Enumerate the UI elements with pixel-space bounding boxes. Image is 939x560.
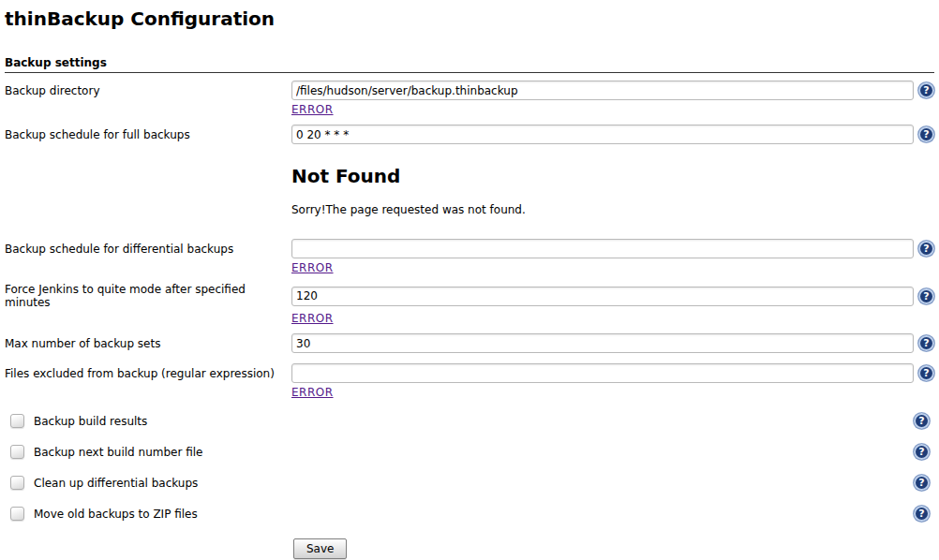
error-link[interactable]: ERROR [291,261,334,274]
checkbox-clean-up-differential[interactable] [10,476,24,490]
row-error: ERROR [5,260,934,281]
row-exclude-files: Files excluded from backup (regular expr… [5,361,934,385]
page-title: thinBackup Configuration [5,7,934,30]
help-icon[interactable]: ? [918,365,934,381]
help-icon[interactable]: ? [918,288,934,304]
exclude-files-label: Files excluded from backup (regular expr… [5,361,291,385]
help-icon[interactable]: ? [918,335,934,351]
help-icon[interactable]: ? [914,475,930,491]
not-found-message: Sorry!The page requested was not found. [291,203,914,216]
diff-schedule-input[interactable] [291,239,914,258]
row-error: ERROR [5,385,934,405]
checkbox-label: Clean up differential backups [34,477,198,490]
section-header-backup-settings: Backup settings [5,56,934,73]
checkbox-backup-build-results[interactable] [10,414,24,428]
diff-schedule-label: Backup schedule for differential backups [5,237,291,260]
exclude-files-input[interactable] [291,363,914,383]
row-full-schedule: Backup schedule for full backups ? [5,123,934,146]
backup-settings-form: Backup directory ? ERROR Backup schedule… [5,79,934,559]
quiet-mode-input[interactable] [291,287,914,306]
max-backup-sets-input[interactable] [291,333,914,353]
help-icon[interactable]: ? [918,241,934,257]
save-button[interactable]: Save [293,538,347,559]
backup-directory-input[interactable] [291,81,914,100]
help-icon[interactable]: ? [914,444,930,460]
row-move-old-backups-zip: Move old backups to ZIP files ? [5,498,934,529]
row-clean-up-differential: Clean up differential backups ? [5,467,934,498]
error-link[interactable]: ERROR [291,103,334,116]
row-help-not-found: Not Found Sorry!The page requested was n… [5,146,934,237]
not-found-title: Not Found [291,165,914,187]
row-save: Save [5,529,934,559]
backup-directory-label: Backup directory [5,79,291,102]
error-link[interactable]: ERROR [291,312,334,325]
row-max-backup-sets: Max number of backup sets ? [5,332,934,361]
help-icon[interactable]: ? [914,506,930,522]
row-backup-build-results: Backup build results ? [5,405,934,436]
row-error: ERROR [5,311,934,332]
quiet-mode-label: Force Jenkins to quite mode after specif… [5,281,291,311]
full-schedule-input[interactable] [291,125,914,144]
help-icon[interactable]: ? [914,413,930,429]
not-found-panel: Not Found Sorry!The page requested was n… [291,165,914,216]
row-backup-directory: Backup directory ? [5,79,934,102]
row-diff-schedule: Backup schedule for differential backups… [5,237,934,260]
checkbox-label: Backup build results [34,415,147,428]
max-backup-sets-label: Max number of backup sets [5,332,291,361]
checkbox-backup-next-build-number[interactable] [10,445,24,459]
full-schedule-label: Backup schedule for full backups [5,123,291,146]
checkbox-move-old-backups-zip[interactable] [10,507,24,521]
checkbox-label: Move old backups to ZIP files [34,508,198,521]
row-error: ERROR [5,102,934,123]
help-icon[interactable]: ? [918,82,934,98]
row-quiet-mode: Force Jenkins to quite mode after specif… [5,281,934,311]
row-backup-next-build-number: Backup next build number file ? [5,436,934,467]
checkbox-label: Backup next build number file [34,446,202,459]
error-link[interactable]: ERROR [291,386,334,399]
help-icon[interactable]: ? [918,126,934,142]
